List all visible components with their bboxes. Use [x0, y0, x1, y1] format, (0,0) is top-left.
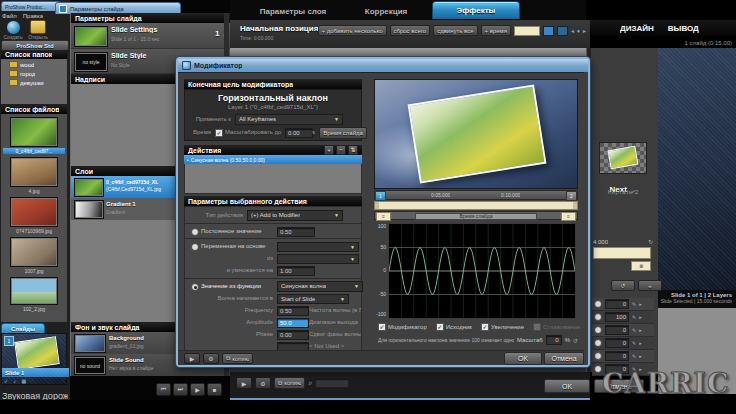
param-radio[interactable] — [594, 313, 602, 321]
actions-list-empty[interactable] — [184, 164, 362, 194]
search-input[interactable] — [315, 378, 349, 388]
reset-zoom-icon[interactable]: ↺ — [573, 337, 578, 344]
link-icon[interactable]: ▸ — [639, 314, 642, 320]
amplitude-field[interactable]: 50.0 — [277, 318, 309, 328]
rewind-button[interactable]: « — [638, 280, 662, 291]
param-value[interactable]: 100 — [605, 312, 629, 322]
slide-thumbnail-panel[interactable]: 1 Slide 1 ✓ ♪ ▦ — [1, 333, 67, 385]
param-value[interactable]: 0 — [605, 351, 629, 361]
menu-file[interactable]: Файл — [2, 13, 17, 19]
new-show-icon[interactable] — [6, 20, 21, 35]
file-item[interactable]: 0_c4fbf_ced97... — [1, 114, 67, 154]
timeline-scrollbar[interactable]: ≡ ≡ Время слайда — [374, 211, 578, 220]
copy-button[interactable]: ⧉ копию — [274, 377, 305, 389]
tab-output[interactable]: ВЫВОД — [668, 24, 699, 33]
edit-icon[interactable]: ✎ — [632, 353, 636, 359]
scale-to-field[interactable]: 0.00 — [285, 128, 313, 138]
param-radio[interactable] — [594, 300, 602, 308]
modifier-titlebar[interactable]: Модификатор — [178, 59, 588, 72]
link-icon[interactable]: ▸ — [639, 301, 642, 307]
edit-icon[interactable]: ✎ — [632, 327, 636, 333]
next-slide-button[interactable]: ⏭ — [173, 383, 188, 396]
variable-from-dropdown[interactable]: ▼ — [277, 254, 359, 264]
param-value[interactable]: 0 — [605, 299, 629, 309]
keyframe-marker-icon[interactable]: ♦ — [577, 28, 580, 34]
link-icon[interactable]: ▸ — [639, 340, 642, 346]
prev-slide-button[interactable]: ⏮ — [156, 383, 171, 396]
keyframe-range-bar[interactable] — [374, 201, 578, 210]
play-button[interactable]: ▶ — [236, 377, 252, 389]
link-icon[interactable]: ▸ — [639, 353, 642, 359]
param-value[interactable]: 0 — [605, 338, 629, 348]
prev-keyframe-icon[interactable]: ◂ — [571, 27, 574, 34]
add-action-button[interactable]: + — [324, 145, 334, 155]
folder-item[interactable]: город — [1, 68, 67, 77]
keyframe-time-field[interactable] — [593, 247, 651, 259]
scroll-handle-right[interactable]: ≡ — [561, 212, 576, 221]
selected-action-row[interactable]: • Синусная волна (0.50,50.0,0.00) — [184, 155, 362, 164]
folder-item[interactable]: wood — [1, 59, 67, 68]
main-window-titlebar[interactable]: ProShow Produc... — [1, 1, 61, 11]
zoom-scale-field[interactable]: 0 — [546, 335, 562, 345]
frequency-field[interactable]: 0.50 — [277, 306, 309, 316]
folder-item[interactable]: девушки — [1, 77, 67, 86]
play-preview-button[interactable]: ▶ — [190, 383, 205, 396]
folder-list[interactable]: wood город девушки — [1, 59, 67, 104]
undo-button[interactable]: ↺ — [611, 280, 635, 291]
tab-layer-settings[interactable]: Параметры слоя — [244, 3, 342, 19]
tab-effects[interactable]: Эффекты — [432, 1, 520, 19]
tab-design[interactable]: ДИЗАЙН — [620, 24, 654, 33]
preview-play-button[interactable]: ▶ — [184, 353, 200, 364]
param-radio[interactable] — [594, 326, 602, 334]
apply-to-dropdown[interactable]: All Keyframes▼ — [235, 114, 343, 125]
modifier-ok-button[interactable]: OK — [504, 352, 542, 365]
slide-time-button[interactable]: Время слайда — [319, 127, 367, 139]
next-keyframe-icon[interactable]: ▸ — [583, 27, 586, 34]
reset-all-button[interactable]: сброс всего — [390, 25, 431, 36]
param-row[interactable]: 100 ✎ ▸ — [592, 311, 654, 324]
multiply-field[interactable]: 1.00 — [277, 266, 315, 276]
dialog-settings-button[interactable]: ⚙ — [203, 353, 219, 364]
param-radio[interactable] — [594, 365, 602, 373]
toggle-modifier[interactable]: ✓Модификатор — [378, 323, 427, 331]
link-icon[interactable]: ▸ — [639, 327, 642, 333]
scale-time-checkbox[interactable]: ✓ — [215, 129, 223, 137]
param-row[interactable]: 0 ✎ ▸ — [592, 337, 654, 350]
file-item[interactable]: 4.jpg — [1, 154, 67, 194]
variable-dropdown[interactable]: ▼ — [277, 242, 359, 252]
phase-field[interactable]: 0.00 — [277, 330, 309, 340]
keyframe-marker-2[interactable]: 2 — [566, 191, 577, 201]
modifier-cancel-button[interactable]: Отмена — [544, 352, 584, 365]
time-field[interactable] — [514, 26, 540, 36]
edit-icon[interactable]: ✎ — [632, 301, 636, 307]
function-radio[interactable] — [191, 283, 199, 291]
remove-action-button[interactable]: − — [336, 145, 346, 155]
toggle-zoom[interactable]: ✓Увеличение — [481, 323, 524, 331]
range-cap-left[interactable] — [375, 202, 379, 209]
dialog-copy-button[interactable]: ⧉ копию — [222, 353, 253, 364]
variable-radio[interactable] — [191, 243, 199, 251]
edit-icon[interactable]: ✎ — [632, 340, 636, 346]
edit-icon[interactable]: ✎ — [632, 314, 636, 320]
view-mode-button[interactable] — [543, 26, 554, 36]
constant-radio[interactable] — [191, 228, 199, 236]
range-cap-right[interactable] — [573, 202, 577, 209]
tab-correction[interactable]: Коррекция — [350, 3, 422, 19]
menu-edit[interactable]: Правка — [23, 13, 43, 19]
keyframe-marker-1[interactable]: 1 — [375, 191, 386, 201]
toggle-smoothing[interactable]: Сглаживание — [533, 323, 580, 331]
function-dropdown[interactable]: Синусная волна▼ — [277, 281, 363, 292]
keyframe-thumbnail-box[interactable] — [599, 142, 647, 174]
file-list[interactable]: 0_c4fbf_ced97... 4.jpg 0747103969.jpg 10… — [1, 114, 67, 322]
scroll-inner-bar[interactable]: Время слайда — [415, 213, 537, 220]
file-item[interactable]: 1007.jpg — [1, 234, 67, 274]
open-show-icon[interactable] — [30, 20, 46, 34]
slide-options-ok-button[interactable]: OK — [544, 379, 590, 393]
param-row[interactable]: 0 ✎ ▸ — [592, 324, 654, 337]
refresh-icon[interactable]: ↻ — [648, 238, 653, 245]
shift-all-button[interactable]: сдвинуть все — [433, 25, 477, 36]
keyframe-ruler[interactable]: 1 2 0:05.000 0:10.000 — [374, 190, 578, 200]
param-row[interactable]: 0 ✎ ▸ — [592, 298, 654, 311]
file-item[interactable]: 0747103969.jpg — [1, 194, 67, 234]
search-icon[interactable]: ⌕ — [308, 379, 312, 387]
